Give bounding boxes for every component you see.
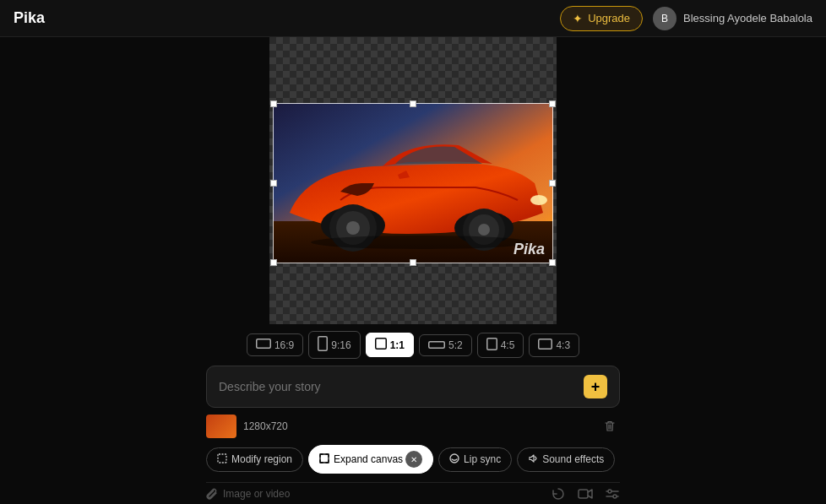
expand-canvas-close-button[interactable]: ✕ — [405, 451, 422, 468]
svg-rect-13 — [257, 339, 271, 349]
svg-rect-21 — [218, 454, 226, 463]
aspect-ratio-9-16[interactable]: 9:16 — [308, 331, 360, 359]
footer-bar: Image or video — [206, 482, 620, 504]
svg-rect-24 — [579, 490, 588, 498]
add-prompt-button[interactable]: + — [584, 375, 607, 398]
attachment-area[interactable]: Image or video — [206, 488, 551, 500]
refresh-icon — [551, 486, 566, 501]
star-icon: ✦ — [573, 12, 583, 25]
svg-point-23 — [450, 454, 459, 463]
action-modify-region-button[interactable]: Modify region — [206, 447, 303, 472]
canvas-container: Pika — [269, 37, 557, 324]
car-svg — [273, 103, 553, 263]
svg-point-28 — [613, 495, 617, 498]
aspect-ratio-label-9-16: 9:16 — [331, 339, 351, 351]
prompt-bar: + — [206, 366, 620, 408]
app-logo: Pika — [14, 9, 45, 27]
aspect-ratio-icon-4-5 — [486, 338, 497, 353]
action-sound-effects-button[interactable]: Sound effects — [517, 447, 615, 472]
aspect-ratio-16-9[interactable]: 16:9 — [247, 333, 303, 356]
trash-icon — [604, 420, 616, 432]
aspect-ratio-1-1[interactable]: 1:1 — [366, 333, 414, 357]
aspect-ratio-icon-16-9 — [256, 339, 271, 351]
aspect-ratio-4-5[interactable]: 4:5 — [477, 333, 524, 358]
refresh-icon-button[interactable] — [551, 486, 566, 501]
canvas-area: Pika — [0, 37, 826, 324]
upgrade-button[interactable]: ✦ Upgrade — [560, 6, 643, 31]
modify-region-icon — [217, 453, 227, 466]
action-buttons-row: Modify regionExpand canvas✕Lip syncSound… — [206, 445, 620, 474]
user-name: Blessing Ayodele Babalola — [683, 12, 812, 24]
aspect-ratio-4-3[interactable]: 4:3 — [529, 333, 579, 357]
expand-canvas-label: Expand canvas — [334, 453, 403, 465]
aspect-ratio-5-2[interactable]: 5:2 — [419, 334, 472, 356]
car-image: Pika — [273, 103, 553, 263]
pika-watermark: Pika — [514, 241, 545, 258]
aspect-ratio-icon-4-3 — [538, 339, 552, 352]
media-thumbnail — [206, 415, 236, 438]
media-row: 1280x720 — [206, 415, 620, 438]
main-content: Pika 16:99:161:15:24:54:3 + — [0, 37, 826, 504]
svg-rect-15 — [375, 339, 386, 350]
video-camera-icon — [578, 486, 593, 501]
action-lip-sync-button[interactable]: Lip sync — [438, 447, 512, 472]
aspect-ratio-label-1-1: 1:1 — [390, 339, 405, 351]
aspect-ratio-label-16-9: 16:9 — [274, 339, 294, 351]
attachment-label: Image or video — [223, 488, 290, 500]
sound-effects-label: Sound effects — [542, 453, 604, 465]
media-size-label: 1280x720 — [243, 420, 593, 432]
header: Pika ✦ Upgrade B Blessing Ayodele Babalo… — [0, 0, 826, 37]
action-expand-canvas-button[interactable]: Expand canvas✕ — [308, 445, 433, 474]
video-icon-button[interactable] — [578, 486, 593, 501]
sound-effects-icon — [528, 453, 538, 466]
aspect-ratio-icon-9-16 — [318, 336, 328, 354]
settings-icon — [605, 486, 620, 501]
aspect-ratio-icon-1-1 — [375, 338, 387, 352]
expand-canvas-icon — [319, 453, 329, 466]
modify-region-label: Modify region — [231, 453, 292, 465]
svg-rect-14 — [318, 337, 328, 351]
aspect-ratio-label-4-5: 4:5 — [501, 339, 515, 351]
user-info: B Blessing Ayodele Babalola — [653, 7, 812, 30]
upgrade-label: Upgrade — [588, 12, 630, 24]
svg-rect-18 — [539, 339, 552, 349]
svg-rect-16 — [429, 341, 445, 348]
lip-sync-label: Lip sync — [464, 453, 501, 465]
aspect-ratio-label-5-2: 5:2 — [448, 339, 463, 351]
svg-point-11 — [530, 195, 547, 205]
avatar: B — [653, 7, 677, 30]
paperclip-icon — [206, 488, 218, 500]
svg-point-12 — [311, 236, 530, 249]
svg-rect-17 — [486, 338, 497, 350]
prompt-input[interactable] — [219, 380, 584, 393]
aspect-ratio-icon-5-2 — [428, 339, 445, 351]
delete-media-button[interactable] — [600, 416, 620, 436]
aspect-ratio-bar: 16:99:161:15:24:54:3 — [247, 331, 579, 359]
aspect-ratio-label-4-3: 4:3 — [556, 339, 570, 351]
bottom-controls: 16:99:161:15:24:54:3 + 1280x720 Modify r… — [0, 324, 826, 504]
header-actions: ✦ Upgrade B Blessing Ayodele Babalola — [560, 6, 812, 31]
footer-tools — [551, 486, 620, 501]
lip-sync-icon — [449, 453, 459, 466]
settings-icon-button[interactable] — [605, 486, 620, 501]
svg-point-7 — [346, 221, 360, 235]
svg-rect-22 — [320, 454, 329, 463]
svg-point-27 — [608, 490, 611, 493]
svg-point-10 — [478, 224, 490, 236]
